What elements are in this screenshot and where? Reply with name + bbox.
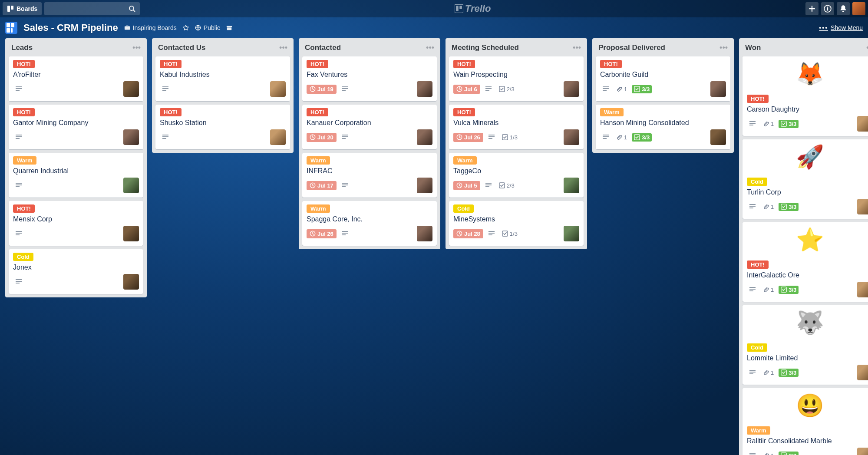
list-title[interactable]: Contacted Us xyxy=(158,43,206,52)
notifications-button[interactable] xyxy=(837,2,850,15)
card-label: Warm xyxy=(307,156,330,165)
checklist-badge: 3/3 xyxy=(632,85,652,93)
description-icon xyxy=(483,181,494,190)
card-member-avatar[interactable] xyxy=(857,116,868,132)
card[interactable]: WarmQuarren Industrial xyxy=(9,153,143,198)
card-label: HOT! xyxy=(160,60,182,68)
inspiring-boards-link[interactable]: Inspiring Boards xyxy=(124,24,177,31)
card[interactable]: HOT!Shusko Station xyxy=(155,105,290,149)
card[interactable]: WarmTaggeCoJul 52/3 xyxy=(449,153,584,198)
card-member-avatar[interactable] xyxy=(270,129,286,145)
card-member-avatar[interactable] xyxy=(417,129,432,145)
user-avatar[interactable] xyxy=(852,2,865,15)
card[interactable]: 🐺ColdLommite Limited13/3 xyxy=(743,305,868,385)
card-member-avatar[interactable] xyxy=(857,282,868,297)
list-title[interactable]: Won xyxy=(745,43,761,52)
info-button[interactable] xyxy=(821,2,834,15)
card[interactable]: HOT!Kabul Industries xyxy=(155,56,290,101)
list-title[interactable]: Meeting Scheduled xyxy=(452,43,519,52)
visibility-button[interactable]: Public xyxy=(195,24,220,31)
card-member-avatar[interactable] xyxy=(123,129,139,145)
list: Leads•••HOT!A'roFilterHOT!Gantor Mining … xyxy=(5,38,147,297)
card-member-avatar[interactable] xyxy=(857,199,868,214)
card[interactable]: HOT!Wain ProspectingJul 62/3 xyxy=(449,56,584,101)
card[interactable]: 🦊HOT!Carson Daughtry13/3 xyxy=(743,56,868,136)
list-menu-button[interactable]: ••• xyxy=(573,46,581,49)
list-menu-button[interactable]: ••• xyxy=(719,46,728,49)
due-badge: Jul 19 xyxy=(307,85,337,94)
list-menu-button[interactable]: ••• xyxy=(866,46,868,49)
create-button[interactable] xyxy=(805,2,818,15)
description-icon xyxy=(13,277,24,286)
show-menu-button[interactable]: ••• Show Menu xyxy=(819,24,863,31)
card-member-avatar[interactable] xyxy=(417,81,432,97)
search-icon xyxy=(129,5,135,12)
card[interactable]: HOT!Carbonite Guild13/3 xyxy=(596,56,730,101)
card[interactable]: WarmINFRACJul 17 xyxy=(302,153,437,198)
list-title[interactable]: Leads xyxy=(11,43,33,52)
trello-logo[interactable]: Trello xyxy=(455,3,491,14)
description-icon xyxy=(747,202,758,211)
svg-rect-9 xyxy=(827,7,828,8)
card[interactable]: HOT!Fax VenturesJul 19 xyxy=(302,56,437,101)
card-member-avatar[interactable] xyxy=(564,178,579,193)
star-button[interactable] xyxy=(183,25,189,31)
attachment-badge: 1 xyxy=(614,133,629,142)
card-member-avatar[interactable] xyxy=(417,178,432,193)
card[interactable]: ColdMineSystemsJul 281/3 xyxy=(449,201,584,246)
card-member-avatar[interactable] xyxy=(417,226,432,241)
list-title[interactable]: Contacted xyxy=(305,43,341,52)
list-menu-button[interactable]: ••• xyxy=(279,46,287,49)
card[interactable]: WarmSpagga Core, Inc.Jul 26 xyxy=(302,201,437,246)
card-title: Gantor Mining Company xyxy=(13,119,139,127)
card-label: Cold xyxy=(13,253,33,261)
card[interactable]: HOT!Gantor Mining Company xyxy=(9,105,143,149)
svg-rect-1 xyxy=(11,6,13,10)
description-icon xyxy=(339,85,350,93)
card[interactable]: ColdJonex xyxy=(9,249,143,294)
list: Meeting Scheduled•••HOT!Wain Prospecting… xyxy=(446,38,587,249)
card[interactable]: 😃WarmRalltiir Consolidated Marble13/3 xyxy=(743,388,868,455)
card-title: Kabul Industries xyxy=(160,71,286,79)
card[interactable]: HOT!Kanauer CorporationJul 20 xyxy=(302,105,437,149)
checklist-badge: 3/3 xyxy=(779,286,799,294)
description-icon xyxy=(747,368,758,377)
card-member-avatar[interactable] xyxy=(710,129,726,145)
list: Won•••🦊HOT!Carson Daughtry13/3🚀ColdTurli… xyxy=(739,38,868,455)
board-canvas[interactable]: Leads•••HOT!A'roFilterHOT!Gantor Mining … xyxy=(0,38,868,455)
description-icon xyxy=(160,133,171,142)
card-label: HOT! xyxy=(13,108,35,116)
card-member-avatar[interactable] xyxy=(123,178,139,193)
card-member-avatar[interactable] xyxy=(564,226,579,241)
card-label: Cold xyxy=(747,343,767,352)
card-member-avatar[interactable] xyxy=(123,274,139,290)
card-member-avatar[interactable] xyxy=(123,81,139,97)
card-member-avatar[interactable] xyxy=(710,81,726,97)
info-icon xyxy=(824,5,832,13)
card[interactable]: WarmHanson Mining Consolidated13/3 xyxy=(596,105,730,149)
card-label: HOT! xyxy=(747,260,769,269)
card-member-avatar[interactable] xyxy=(857,448,868,455)
card[interactable]: ⭐HOT!InterGalactic Ore13/3 xyxy=(743,222,868,302)
card[interactable]: 🚀ColdTurlin Corp13/3 xyxy=(743,139,868,219)
card[interactable]: HOT!Mensix Corp xyxy=(9,201,143,246)
card[interactable]: HOT!Vulca MineralsJul 261/3 xyxy=(449,105,584,149)
boards-button[interactable]: Boards xyxy=(3,2,42,15)
list-title[interactable]: Proposal Delivered xyxy=(598,43,665,52)
card-member-avatar[interactable] xyxy=(123,226,139,241)
archive-button[interactable] xyxy=(226,25,232,31)
search-input[interactable] xyxy=(44,2,140,15)
card-member-avatar[interactable] xyxy=(564,81,579,97)
list-menu-button[interactable]: ••• xyxy=(426,46,434,49)
card-member-avatar[interactable] xyxy=(857,365,868,380)
checklist-badge: 3/3 xyxy=(779,452,799,455)
card-member-avatar[interactable] xyxy=(270,81,286,97)
card[interactable]: HOT!A'roFilter xyxy=(9,56,143,101)
board-title[interactable]: Sales - CRM Pipeline xyxy=(23,22,118,33)
boards-label: Boards xyxy=(17,5,37,12)
card-label: Warm xyxy=(453,156,477,165)
card-member-avatar[interactable] xyxy=(564,129,579,145)
board-icon xyxy=(5,22,17,34)
svg-rect-0 xyxy=(7,6,10,12)
list-menu-button[interactable]: ••• xyxy=(132,46,141,49)
